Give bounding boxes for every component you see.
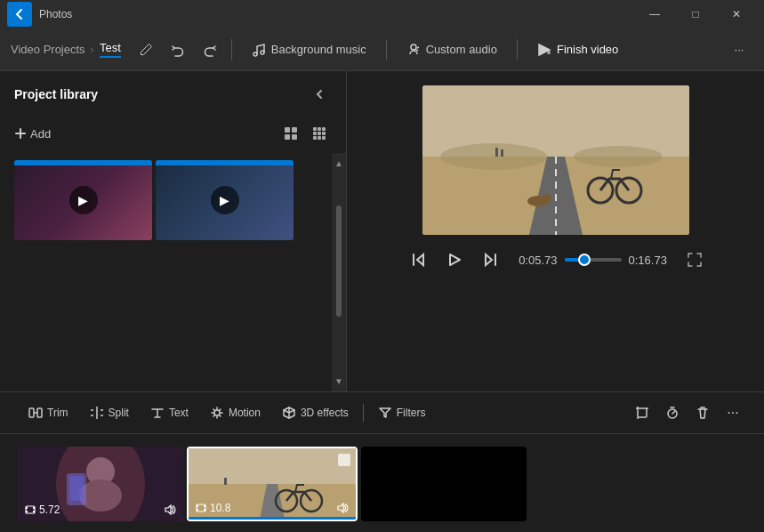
progress-bar[interactable] — [565, 258, 622, 262]
add-button[interactable]: Add — [14, 127, 51, 141]
svg-point-21 — [574, 146, 663, 167]
text-label: Text — [169, 407, 189, 419]
trim-label: Trim — [47, 407, 68, 419]
svg-rect-56 — [224, 478, 227, 485]
clip-2-corner-indicator — [338, 454, 350, 466]
svg-rect-9 — [322, 127, 326, 131]
toolbar-separator-3 — [517, 39, 518, 60]
minimize-button[interactable]: — — [634, 0, 675, 28]
skip-forward-button[interactable] — [476, 246, 504, 274]
text-tool-button[interactable]: Text — [140, 400, 199, 425]
timeline-right-tools: ··· — [629, 399, 746, 426]
breadcrumb: Video Projects › Test — [11, 41, 121, 58]
svg-point-27 — [543, 194, 551, 203]
toolbar-actions: Background music Custom audio Finish vid… — [239, 37, 631, 62]
window-controls: — □ ✕ — [634, 0, 757, 28]
delete-clip-button[interactable] — [689, 399, 716, 426]
media-grid: ▶ ▶ — [0, 153, 332, 391]
svg-rect-7 — [313, 127, 317, 131]
svg-rect-28 — [29, 408, 34, 417]
svg-rect-5 — [285, 134, 290, 140]
svg-point-2 — [411, 44, 416, 50]
scroll-up-button[interactable]: ▲ — [331, 155, 346, 172]
time-total: 0:16.73 — [629, 254, 675, 267]
svg-rect-13 — [313, 136, 317, 140]
timeline-strip: 5.72 — [0, 434, 764, 532]
more-timeline-button[interactable]: ··· — [720, 399, 746, 426]
media-clip-1[interactable]: ▶ — [14, 160, 152, 240]
effects-3d-tool-button[interactable]: 3D effects — [271, 400, 359, 425]
split-tool-button[interactable]: Split — [79, 400, 140, 425]
add-label: Add — [30, 127, 51, 141]
undo-button[interactable] — [164, 36, 192, 64]
project-library-title: Project library — [14, 87, 98, 101]
svg-rect-61 — [204, 509, 205, 511]
redo-button[interactable] — [196, 36, 224, 64]
timeline-clip-3[interactable] — [361, 447, 527, 521]
trim-tool-button[interactable]: Trim — [18, 400, 79, 425]
clip-2-play-button[interactable]: ▶ — [211, 186, 239, 214]
finish-video-button[interactable]: Finish video — [525, 37, 631, 62]
skip-back-button[interactable] — [405, 246, 433, 274]
play-button[interactable] — [440, 246, 469, 274]
audio-icon-1 — [164, 504, 176, 516]
back-button[interactable] — [7, 2, 32, 27]
svg-rect-46 — [26, 507, 28, 509]
preview-controls: 0:05.73 0:16.73 — [405, 246, 707, 274]
motion-label: Motion — [229, 407, 261, 419]
small-grid-view-button[interactable] — [307, 121, 332, 146]
clip-1-audio-icon — [164, 503, 176, 516]
speed-button[interactable] — [659, 399, 686, 426]
effects-3d-label: 3D effects — [301, 407, 349, 419]
preview-video-frame — [422, 85, 689, 235]
svg-rect-3 — [285, 127, 290, 133]
app-title: Photos — [39, 8, 72, 20]
close-button[interactable]: ✕ — [716, 0, 757, 28]
maximize-button[interactable]: □ — [675, 0, 716, 28]
filters-label: Filters — [397, 407, 426, 419]
audio-icon-2 — [336, 502, 349, 514]
finish-video-label: Finish video — [557, 43, 618, 56]
motion-tool-button[interactable]: Motion — [199, 400, 271, 425]
svg-rect-48 — [33, 507, 35, 509]
filters-tool-button[interactable]: Filters — [367, 400, 437, 425]
preview-area: 0:05.73 0:16.73 — [347, 71, 764, 391]
timeline-clip-1[interactable]: 5.72 — [18, 447, 183, 521]
background-music-label: Background music — [271, 43, 366, 56]
video-preview — [422, 85, 689, 235]
fullscreen-button[interactable] — [682, 247, 707, 272]
progress-handle[interactable] — [578, 254, 591, 266]
svg-rect-15 — [322, 136, 326, 140]
edit-pencil-button[interactable] — [132, 36, 160, 64]
svg-point-20 — [440, 143, 547, 170]
collapse-sidebar-button[interactable] — [307, 82, 332, 107]
svg-rect-59 — [197, 509, 198, 511]
timeline-clip-2[interactable]: 10.8 — [187, 447, 358, 521]
custom-audio-label: Custom audio — [426, 43, 497, 56]
svg-rect-25 — [501, 149, 503, 157]
svg-rect-8 — [318, 127, 321, 131]
main-content: Project library Add — [0, 71, 764, 391]
clip-2-progress-bar — [189, 517, 356, 520]
film-icon-2 — [196, 503, 206, 513]
clip-2-audio-icon — [336, 501, 349, 514]
custom-audio-button[interactable]: Custom audio — [394, 37, 510, 62]
clip-1-play-button[interactable]: ▶ — [69, 186, 98, 214]
svg-rect-29 — [37, 408, 42, 417]
scroll-down-button[interactable]: ▼ — [331, 373, 346, 390]
scrollbar-thumb[interactable] — [336, 206, 342, 318]
top-toolbar: Video Projects › Test — [0, 28, 764, 71]
breadcrumb-current: Test — [100, 41, 121, 58]
svg-rect-44 — [69, 476, 84, 501]
media-clip-2[interactable]: ▶ — [156, 160, 294, 240]
grid-view-button[interactable] — [278, 121, 303, 146]
more-options-button[interactable]: ··· — [725, 36, 753, 64]
svg-rect-12 — [322, 132, 326, 135]
crop-button[interactable] — [629, 399, 655, 426]
toolbar-separator-1 — [231, 39, 232, 60]
svg-rect-10 — [313, 132, 317, 135]
background-music-button[interactable]: Background music — [239, 37, 379, 62]
svg-rect-11 — [318, 132, 321, 135]
breadcrumb-parent[interactable]: Video Projects — [11, 43, 85, 56]
time-current: 0:05.73 — [511, 254, 558, 267]
